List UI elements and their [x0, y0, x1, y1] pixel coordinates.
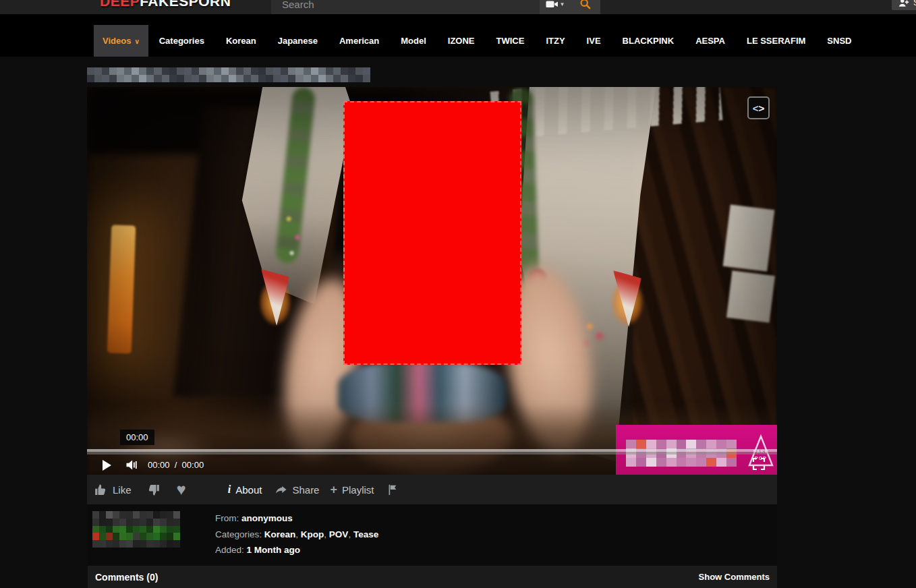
expand-icon: < [753, 102, 759, 114]
nav-item-aespa[interactable]: AESPA [685, 25, 736, 57]
signup-button[interactable]: Sig [892, 0, 916, 10]
share-icon [274, 483, 287, 496]
volume-button[interactable] [125, 459, 139, 471]
player-controls: 00:00 / 00:00 [87, 454, 777, 475]
site-logo-rest: FAKESPORN [140, 0, 231, 9]
nav-item-japanese[interactable]: Japanese [267, 25, 328, 57]
favorite-button[interactable]: ♥ [177, 481, 186, 498]
info-icon: i [228, 483, 231, 496]
heart-icon: ♥ [177, 481, 186, 498]
video-metadata: From: anonymous Categories: Korean, Kpop… [215, 510, 378, 558]
playlist-label: Playlist [342, 484, 374, 496]
category-link[interactable]: POV [329, 529, 349, 539]
time-display: 00:00 / 00:00 [148, 460, 204, 470]
report-button[interactable] [387, 483, 398, 496]
category-link[interactable]: Kpop [301, 529, 324, 539]
flag-icon [387, 483, 398, 496]
nav-item-snsd[interactable]: SNSD [816, 25, 862, 57]
nav-item-izone[interactable]: IZONE [437, 25, 486, 57]
dislike-button[interactable] [146, 483, 161, 497]
nav-item-videos[interactable]: Videos ∨ [94, 25, 148, 57]
theater-mode-button[interactable]: <> [747, 96, 770, 119]
chevron-down-icon: ∨ [134, 38, 139, 45]
categories-label: Categories: [215, 529, 262, 539]
uploader-link[interactable]: anonymous [241, 513, 293, 523]
like-label: Like [113, 484, 132, 496]
added-label: Added: [215, 545, 244, 555]
added-value: 1 Month ago [247, 545, 301, 555]
added-row: Added: 1 Month ago [215, 542, 378, 558]
video-player[interactable]: <> 00:00 00:00 / 00:00 FAKE POP [87, 87, 777, 475]
nav-item-model[interactable]: Model [390, 25, 437, 57]
comments-heading: Comments (0) [95, 572, 158, 583]
nav-item-korean[interactable]: Korean [215, 25, 267, 57]
search-tools: ▾ [540, 0, 600, 14]
user-plus-icon [898, 0, 909, 7]
seek-preview-time: 00:00 [120, 430, 154, 445]
search-submit-button[interactable] [570, 0, 600, 14]
video-action-bar: Like ♥ i About Share + Playlist [87, 475, 777, 504]
signup-label: Sig [913, 0, 916, 7]
censor-overlay [343, 101, 521, 365]
nav-item-american[interactable]: American [328, 25, 390, 57]
thumbs-down-icon [146, 483, 161, 497]
share-button[interactable]: Share [274, 483, 319, 496]
video-info-section: From: anonymous Categories: Korean, Kpop… [87, 504, 777, 566]
about-button[interactable]: i About [228, 483, 262, 496]
plus-icon: + [330, 483, 337, 496]
uploader-censored[interactable] [92, 511, 180, 548]
video-title-censored [87, 67, 370, 82]
progress-bar[interactable] [87, 449, 777, 454]
search-input[interactable] [271, 0, 540, 14]
chevron-down-icon: ▾ [561, 1, 564, 7]
video-search-mode-button[interactable]: ▾ [540, 0, 570, 14]
site-logo-accent: DEEP [100, 0, 140, 9]
camera-icon [546, 0, 559, 9]
like-button[interactable]: Like [94, 483, 132, 497]
play-button[interactable] [103, 460, 111, 471]
nav-item-itzy[interactable]: ITZY [535, 25, 575, 57]
playlist-button[interactable]: + Playlist [330, 483, 374, 496]
nav-item-ive[interactable]: IVE [576, 25, 612, 57]
categories-row: Categories: Korean, Kpop, POV, Tease [215, 527, 378, 543]
show-comments-link[interactable]: Show Comments [699, 572, 770, 582]
search-icon [579, 0, 592, 10]
main-nav-items: Videos ∨ Categories Korean Japanese Amer… [94, 25, 862, 57]
site-logo[interactable]: DEEPFAKESPORN [100, 0, 231, 9]
nav-item-twice[interactable]: TWICE [486, 25, 536, 57]
from-row: From: anonymous [215, 510, 378, 527]
nav-item-blackpink[interactable]: BLACKPINK [612, 25, 685, 57]
nav-item-categories[interactable]: Categories [148, 25, 215, 57]
comments-bar: Comments (0) Show Comments [88, 566, 777, 588]
share-label: Share [292, 484, 319, 496]
thumbs-up-icon [94, 483, 108, 497]
volume-icon [125, 459, 139, 471]
from-label: From: [215, 513, 239, 523]
category-link[interactable]: Tease [353, 529, 378, 539]
category-link[interactable]: Korean [264, 529, 296, 539]
nav-item-le-sserafim[interactable]: LE SSERAFIM [736, 25, 816, 57]
about-label: About [235, 484, 262, 496]
